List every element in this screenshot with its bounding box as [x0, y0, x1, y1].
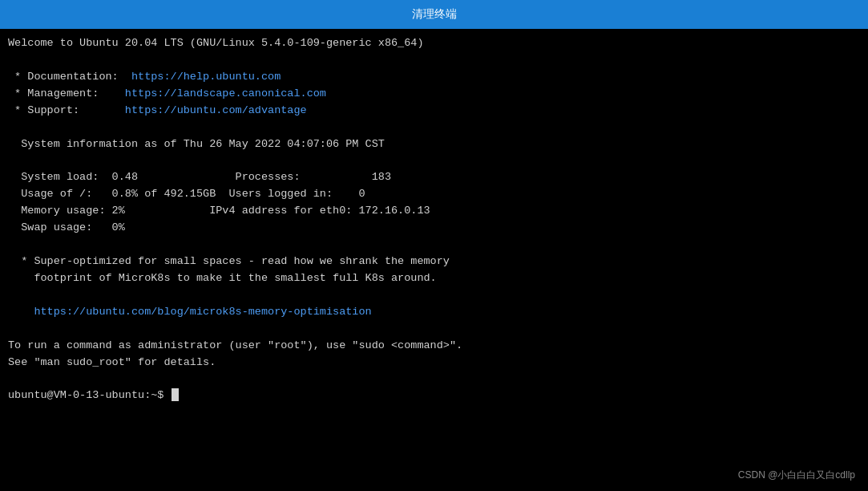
mgmt-link: https://landscape.canonical.com [99, 87, 326, 99]
sysinfo-line: System information as of Thu 26 May 2022… [8, 138, 385, 150]
processes-line: Processes: 183 [138, 171, 391, 183]
terminal-content: Welcome to Ubuntu 20.04 LTS (GNU/Linux 5… [8, 35, 860, 404]
welcome-line: Welcome to Ubuntu 20.04 LTS (GNU/Linux 5… [8, 37, 423, 49]
support-link: https://ubuntu.com/advantage [79, 104, 307, 116]
admin-note1: To run a command as administrator (user … [8, 339, 462, 351]
doc-link: https://help.ubuntu.com [119, 71, 281, 83]
title-bar: 清理终端 [0, 0, 868, 29]
users-line: Users logged in: 0 [216, 188, 365, 200]
prompt-line[interactable]: ubuntu@VM-0-13-ubuntu:~$ [8, 389, 171, 401]
sysload-line: System load: 0.48 [8, 171, 138, 183]
admin-note2: See "man sudo_root" for details. [8, 356, 216, 368]
cursor [172, 388, 179, 401]
super-note2: footprint of MicroK8s to make it the sma… [8, 272, 437, 284]
mgmt-label: * Management: [8, 87, 99, 99]
super-note1: * Super-optimized for small spaces - rea… [8, 255, 450, 267]
mem-line: Memory usage: 2% [8, 205, 125, 217]
swap-line: Swap usage: 0% [8, 221, 125, 233]
super-link: https://ubuntu.com/blog/microk8s-memory-… [8, 306, 372, 318]
usage-line: Usage of /: 0.8% of 492.15GB [8, 188, 216, 200]
watermark: CSDN @小白白白又白cdllp [738, 468, 855, 483]
ipv4-line: IPv4 address for eth0: 172.16.0.13 [125, 205, 430, 217]
doc-label: * Documentation: [8, 71, 119, 83]
support-label: * Support: [8, 104, 79, 116]
terminal-body[interactable]: Welcome to Ubuntu 20.04 LTS (GNU/Linux 5… [0, 29, 868, 491]
title-label: 清理终端 [412, 7, 457, 22]
